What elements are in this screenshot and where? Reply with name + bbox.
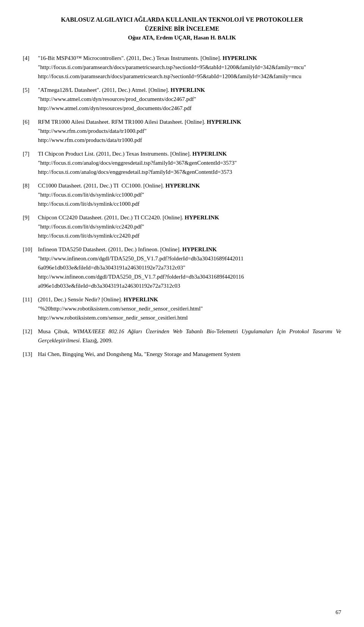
page-header: KABLOSUZ ALGILAYICI AĞLARDA KULLANILAN T… — [23, 15, 341, 42]
ref-content-6: RFM TR1000 Ailesi Datasheet. RFM TR1000 … — [38, 117, 341, 145]
hyperlink-label-8: HYPERLINK — [165, 183, 200, 189]
reference-4: [4] "16-Bit MSP430™ Microcontrollers". (… — [23, 54, 341, 81]
ref-num-11: [11] — [23, 295, 38, 322]
ref-num-9: [9] — [23, 213, 38, 240]
hyperlink-label-6: HYPERLINK — [207, 119, 241, 125]
ref-num-4: [4] — [23, 54, 38, 81]
ref-12-italic: WIMAX/IEEE 802.16 Ağları Üzerinden Web T… — [73, 328, 216, 334]
reference-11: [11] (2011, Dec.) Sensör Nedir? [Online]… — [23, 295, 341, 322]
ref-num-13: [13] — [23, 350, 38, 359]
reference-9: [9] Chipcon CC2420 Datasheet. (2011, Dec… — [23, 213, 341, 240]
hyperlink-label-4: HYPERLINK — [223, 55, 257, 61]
reference-10: [10] Infineon TDA5250 Datasheet. (2011, … — [23, 245, 341, 290]
ref-content-13: Hai Chen, Bingqing Wei, and Dongsheng Ma… — [38, 350, 341, 359]
reference-7: [7] TI Chipcon Product List. (2011, Dec.… — [23, 149, 341, 176]
ref-num-12: [12] — [23, 327, 38, 345]
reference-8: [8] CC1000 Datasheet. (2011, Dec.) TI CC… — [23, 181, 341, 208]
ref-num-8: [8] — [23, 181, 38, 208]
reference-6: [6] RFM TR1000 Ailesi Datasheet. RFM TR1… — [23, 117, 341, 145]
references-section: [4] "16-Bit MSP430™ Microcontrollers". (… — [23, 54, 341, 359]
title-main: KABLOSUZ ALGILAYICI AĞLARDA KULLANILAN T… — [23, 15, 341, 24]
ref-content-4: "16-Bit MSP430™ Microcontrollers". (2011… — [38, 54, 341, 81]
ref-num-5: [5] — [23, 85, 38, 113]
ref-num-6: [6] — [23, 117, 38, 145]
ref-content-8: CC1000 Datasheet. (2011, Dec.) TI CC1000… — [38, 181, 341, 208]
authors: Oğuz ATA, Erdem UÇAR, Hasan H. BALIK — [23, 33, 341, 42]
hyperlink-label-10: HYPERLINK — [182, 246, 217, 252]
hyperlink-label-7: HYPERLINK — [192, 151, 227, 157]
ref-content-11: (2011, Dec.) Sensör Nedir? [Online]. HYP… — [38, 295, 341, 322]
ref-content-10: Infineon TDA5250 Datasheet. (2011, Dec.)… — [38, 245, 341, 290]
reference-13: [13] Hai Chen, Bingqing Wei, and Dongshe… — [23, 350, 341, 359]
reference-12: [12] Musa Çibuk, WIMAX/IEEE 802.16 Ağlar… — [23, 327, 341, 345]
ref-content-5: "ATmega128/L Datasheet". (2011, Dec.) At… — [38, 85, 341, 113]
ref-content-9: Chipcon CC2420 Datasheet. (2011, Dec.) T… — [38, 213, 341, 240]
page-number: 67 — [336, 609, 341, 616]
hyperlink-label-5: HYPERLINK — [171, 87, 205, 93]
reference-5: [5] "ATmega128/L Datasheet". (2011, Dec.… — [23, 85, 341, 113]
subtitle: ÜZERİNE BİR İNCELEME — [23, 24, 341, 33]
ref-num-10: [10] — [23, 245, 38, 290]
hyperlink-label-11: HYPERLINK — [124, 296, 158, 302]
ref-content-12: Musa Çibuk, WIMAX/IEEE 802.16 Ağları Üze… — [38, 327, 341, 345]
ref-num-7: [7] — [23, 149, 38, 176]
ref-content-7: TI Chipcon Product List. (2011, Dec.) Te… — [38, 149, 341, 176]
hyperlink-label-9: HYPERLINK — [185, 214, 219, 221]
